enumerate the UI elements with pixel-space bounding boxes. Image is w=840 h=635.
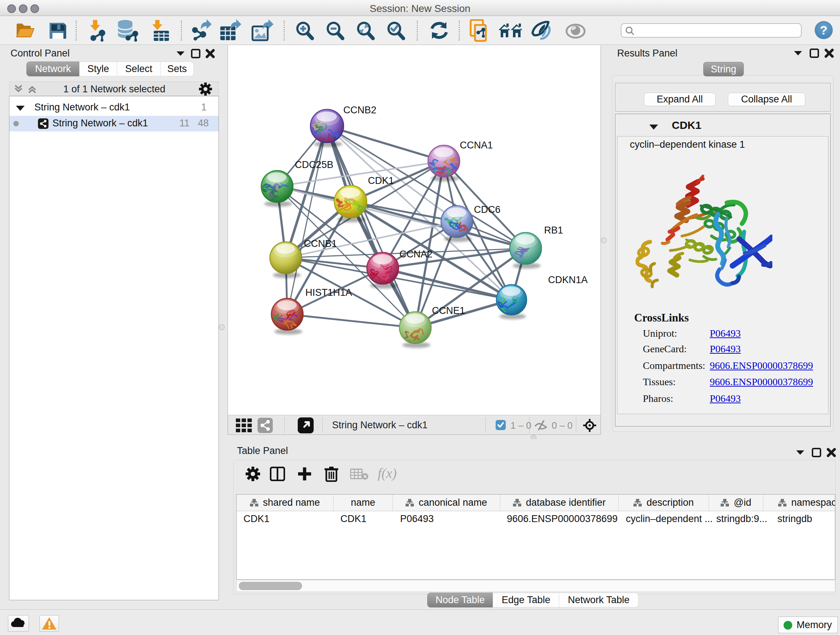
svg-text:CCNB1: CCNB1: [304, 238, 337, 249]
svg-text:CCNB2: CCNB2: [343, 105, 377, 116]
svg-text:CCNA1: CCNA1: [460, 140, 493, 150]
svg-text:CDC25B: CDC25B: [295, 159, 333, 170]
svg-text:RB1: RB1: [544, 225, 563, 236]
svg-text:CDKN1A: CDKN1A: [548, 274, 588, 285]
svg-text:HIST1H1A: HIST1H1A: [305, 287, 352, 298]
svg-text:CCNE1: CCNE1: [432, 305, 465, 316]
svg-text:CDC6: CDC6: [474, 204, 501, 215]
svg-text:CDK1: CDK1: [368, 175, 394, 186]
svg-text:CCNA2: CCNA2: [399, 249, 433, 260]
